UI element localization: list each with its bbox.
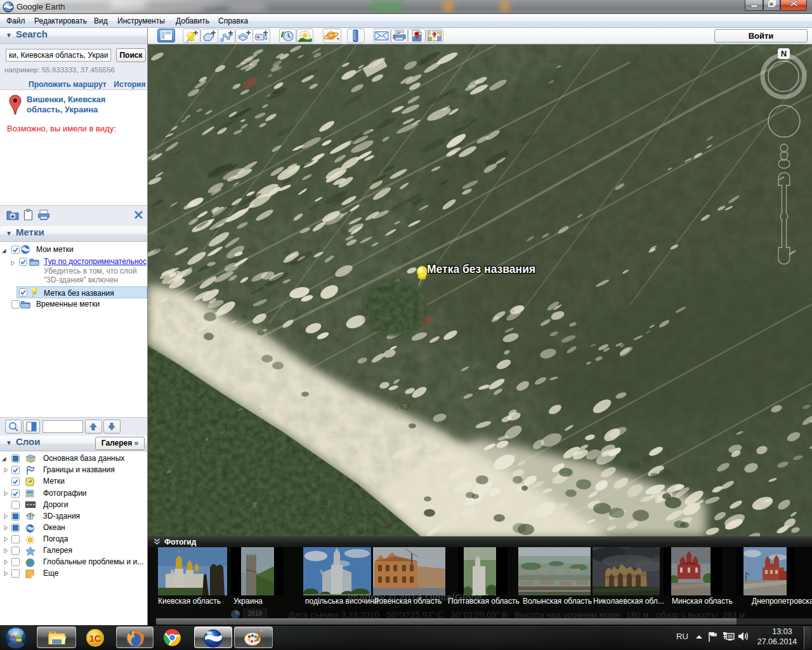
svg-text:N: N [781, 49, 787, 58]
svg-text:1С: 1С [89, 633, 101, 644]
svg-text:Метка без названия: Метка без названия [427, 263, 535, 275]
